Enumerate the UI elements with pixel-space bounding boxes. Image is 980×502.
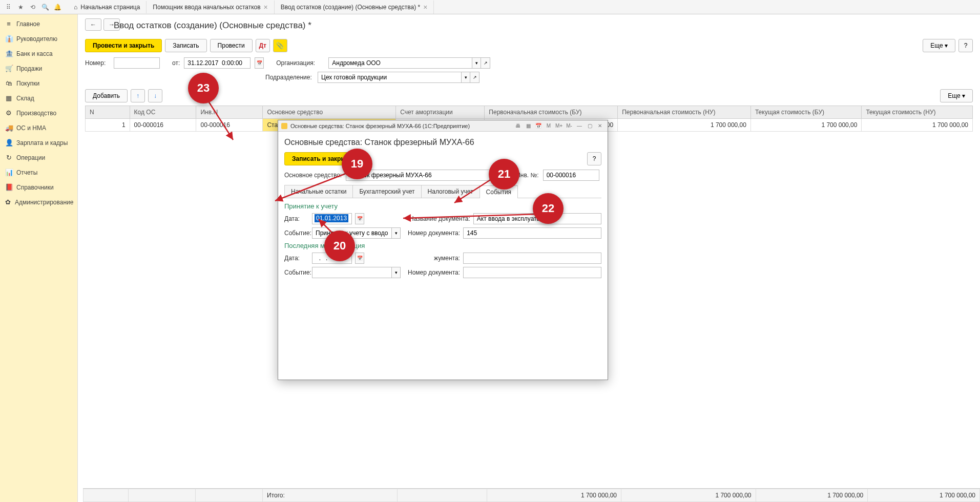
th-cost-nu[interactable]: Первоначальная стоимость (НУ) (618, 106, 751, 119)
tab-initial[interactable]: Начальные остатки (284, 185, 353, 198)
th-cur-nu[interactable]: Текущая стоимость (НУ) (862, 106, 973, 119)
maximize-icon[interactable]: ▢ (585, 122, 594, 130)
move-down-button[interactable]: ↓ (148, 89, 162, 102)
th-acct[interactable]: Счет амортизации (396, 106, 485, 119)
more-table-button[interactable]: Еще ▾ (940, 89, 973, 102)
sidebar-label: ОС и НМА (16, 124, 46, 132)
sidebar-item-warehouse[interactable]: ▦Склад (0, 91, 77, 106)
dropdown-button[interactable]: ▾ (391, 267, 401, 278)
back-button[interactable]: ← (85, 18, 101, 31)
calendar-button[interactable]: 📅 (355, 253, 364, 264)
sidebar-item-sales[interactable]: 🛒Продажи (0, 61, 77, 76)
number-label: Номер: (85, 59, 110, 67)
gear-icon: ⚙ (5, 109, 12, 117)
settings-icon: ✿ (5, 198, 11, 206)
event-label: Событие: (284, 229, 309, 237)
sidebar-label: Производство (16, 110, 56, 117)
tab-label: Ввод остатков (создание) (Основные средс… (281, 4, 420, 11)
sidebar-item-hr[interactable]: 👤Зарплата и кадры (0, 135, 77, 150)
sidebar-item-manager[interactable]: 👔Руководителю (0, 31, 77, 46)
tab-entry[interactable]: Ввод остатков (создание) (Основные средс… (275, 1, 434, 14)
modal-heading: Основные средства: Станок фрезерный МУХА… (284, 138, 601, 147)
m-plus-button[interactable]: M+ (554, 122, 564, 130)
sidebar-label: Руководителю (16, 35, 57, 43)
save-button[interactable]: Записать (165, 39, 206, 52)
mod-docname-input[interactable] (463, 253, 601, 264)
date-input[interactable] (184, 57, 251, 69)
th-inv[interactable]: Инв.N (196, 106, 263, 119)
sidebar-item-bank[interactable]: 🏦Банк и касса (0, 46, 77, 61)
tab-helper[interactable]: Помощник ввода начальных остатков × (147, 1, 274, 14)
close-icon[interactable]: × (423, 3, 427, 11)
attachment-button[interactable]: 📎 (273, 39, 287, 52)
m-minus-button[interactable]: M- (565, 122, 574, 130)
cell-n: 1 (86, 119, 130, 132)
move-up-button[interactable]: ↑ (131, 89, 145, 102)
modal-titlebar[interactable]: Основные средства: Станок фрезерный МУХА… (278, 120, 608, 132)
cart-icon: 🛒 (5, 65, 12, 72)
calc-icon[interactable]: ▦ (524, 122, 533, 130)
history-icon[interactable]: ⟲ (27, 1, 39, 13)
mod-event-select[interactable] (312, 267, 391, 278)
sidebar-item-operations[interactable]: ↻Операции (0, 150, 77, 165)
mod-event-label: Событие: (284, 269, 309, 276)
sidebar-item-purchases[interactable]: 🛍Покупки (0, 76, 77, 91)
docnum-input[interactable] (463, 227, 601, 239)
dt-kt-button[interactable]: Дт (256, 39, 270, 52)
bell-icon[interactable]: 🔔 (51, 1, 64, 13)
inv-input[interactable] (543, 170, 599, 181)
close-icon[interactable]: ✕ (595, 122, 604, 130)
sidebar-item-assets[interactable]: 🚚ОС и НМА (0, 120, 77, 135)
total-cost-nu: 1 700 000,00 (621, 489, 756, 502)
dropdown-button[interactable]: ▾ (461, 72, 470, 83)
post-button[interactable]: Провести (210, 39, 253, 52)
sidebar-item-admin[interactable]: ✿Администрирование (0, 195, 77, 210)
dropdown-button[interactable]: ▾ (391, 227, 401, 239)
grid-icon: ▦ (5, 94, 12, 102)
sidebar-label: Банк и касса (16, 50, 53, 57)
close-icon[interactable]: × (264, 3, 268, 11)
tab-tax[interactable]: Налоговый учет (421, 185, 480, 198)
dropdown-button[interactable]: ▾ (472, 57, 481, 69)
tab-accounting[interactable]: Бухгалтерский учет (352, 185, 421, 198)
calendar-button[interactable]: 📅 (355, 213, 364, 224)
bank-icon: 🏦 (5, 50, 12, 57)
calendar-icon[interactable]: 📅 (534, 122, 543, 130)
org-select[interactable] (328, 57, 472, 69)
sidebar-label: Зарплата и кадры (16, 139, 68, 147)
modal-help-button[interactable]: ? (587, 152, 601, 165)
post-close-button[interactable]: Провести и закрыть (85, 39, 162, 52)
help-button[interactable]: ? (958, 39, 973, 52)
th-code[interactable]: Код ОС (130, 106, 196, 119)
search-icon[interactable]: 🔍 (39, 1, 51, 13)
docnum-label: Номер документа: (408, 229, 460, 237)
sidebar-item-reports[interactable]: 📊Отчеты (0, 165, 77, 180)
sidebar-item-production[interactable]: ⚙Производство (0, 106, 77, 120)
print-icon[interactable]: 🖶 (513, 122, 523, 130)
calendar-button[interactable]: 📅 (255, 57, 264, 69)
cycle-icon: ↻ (5, 154, 12, 161)
sidebar-item-main[interactable]: ≡Главное (0, 16, 77, 31)
window-title: Основные средства: Станок фрезерный МУХА… (290, 123, 470, 129)
total-cost-bu: 1 700 000,00 (487, 489, 621, 502)
tab-home[interactable]: ⌂ Начальная страница (68, 1, 147, 13)
acceptance-date-input[interactable]: 01.01.2013 (312, 213, 352, 224)
th-cur-bu[interactable]: Текущая стоимость (БУ) (750, 106, 862, 119)
minimize-icon[interactable]: — (575, 122, 584, 130)
number-input[interactable] (114, 57, 160, 69)
docname-label: Название документа: (409, 215, 470, 222)
dept-select[interactable] (318, 72, 461, 83)
more-button[interactable]: Еще ▾ (923, 39, 955, 52)
add-button[interactable]: Добавить (85, 89, 128, 102)
mod-docnum-input[interactable] (463, 267, 601, 278)
th-asset[interactable]: Основное средство (263, 106, 396, 119)
apps-icon[interactable]: ⠿ (2, 1, 14, 13)
th-cost-bu[interactable]: Первоначальная стоимость (БУ) (485, 106, 618, 119)
star-icon[interactable]: ★ (14, 1, 27, 13)
open-button[interactable]: ↗ (481, 57, 490, 69)
open-button[interactable]: ↗ (470, 72, 479, 83)
th-n[interactable]: N (86, 106, 130, 119)
m-button[interactable]: M (544, 122, 553, 130)
sidebar-item-directories[interactable]: 📕Справочники (0, 180, 77, 195)
content-area: ← → Ввод остатков (создание) (Основные с… (78, 14, 980, 502)
